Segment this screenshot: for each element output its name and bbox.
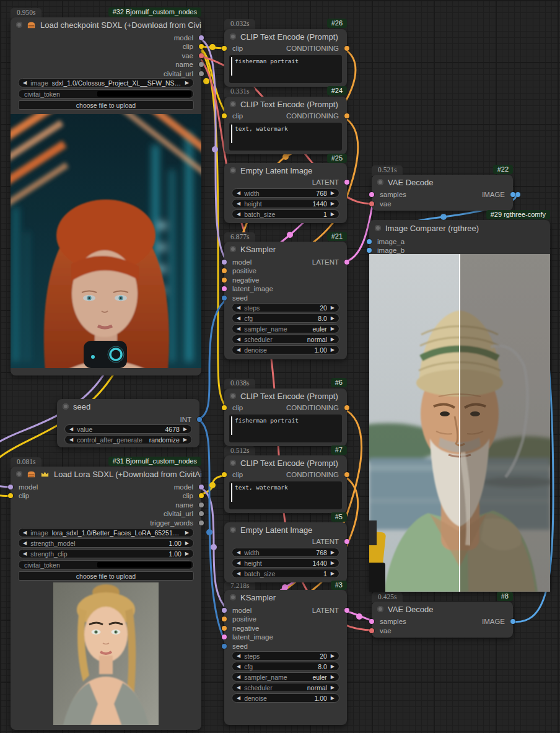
input-negative[interactable]: negative	[224, 624, 259, 633]
decrement-icon[interactable]: ◀	[237, 559, 240, 567]
combo-left-icon[interactable]: ◀	[237, 335, 240, 343]
clip-port-icon[interactable]	[222, 113, 227, 118]
node-clip-text-encode-6[interactable]: CLIP Text Encode (Prompt) clip CONDITION…	[224, 388, 347, 446]
model-port-icon[interactable]	[199, 485, 204, 489]
increment-icon[interactable]: ▶	[331, 210, 335, 218]
output-conditioning[interactable]: CONDITIONING	[286, 403, 347, 412]
node-title-bar[interactable]: KSampler	[224, 590, 347, 605]
collapse-dot-icon[interactable]	[377, 179, 383, 185]
height-widget[interactable]: ◀height1440▶	[232, 558, 339, 568]
image-port-icon[interactable]	[510, 192, 515, 197]
output-model[interactable]: model	[174, 483, 201, 491]
node-title-bar[interactable]: VAE Decode	[372, 175, 513, 190]
sampler-name-widget[interactable]: ◀sampler_nameeuler▶	[232, 324, 339, 333]
combo-right-icon[interactable]: ▶	[331, 325, 335, 333]
node-load-lora-sdxl[interactable]: Load Lora SDXL (+Download from CivitAi) …	[11, 467, 201, 730]
image-port-icon[interactable]	[367, 239, 372, 244]
clip-port-icon[interactable]	[8, 493, 13, 498]
int-port-icon[interactable]	[222, 644, 227, 649]
conditioning-port-icon[interactable]	[222, 617, 227, 621]
node-clip-text-encode-24[interactable]: CLIP Text Encode (Prompt) clip CONDITION…	[224, 97, 347, 154]
input-model[interactable]: model	[11, 483, 38, 491]
decrement-icon[interactable]: ◀	[23, 550, 27, 558]
decrement-icon[interactable]: ◀	[237, 346, 240, 354]
decrement-icon[interactable]: ◀	[23, 539, 27, 547]
model-port-icon[interactable]	[222, 260, 227, 265]
input-samples[interactable]: samples	[372, 617, 406, 626]
steps-widget[interactable]: ◀steps20▶	[232, 651, 339, 661]
clip-port-icon[interactable]	[222, 46, 227, 51]
combo-left-icon[interactable]: ◀	[69, 436, 73, 444]
sampler-name-widget[interactable]: ◀sampler_nameeuler▶	[232, 672, 339, 682]
node-title-bar[interactable]: Empty Latent Image	[224, 522, 347, 537]
output-name[interactable]: name	[175, 60, 201, 69]
prompt-textarea[interactable]: text, watermark	[229, 481, 342, 509]
input-latent-image[interactable]: latent_image	[224, 633, 273, 641]
node-title-bar[interactable]: KSampler	[224, 242, 347, 257]
node-load-checkpoint-sdxl[interactable]: Load checkpoint SDXL (+Download from Civ…	[11, 17, 201, 375]
decrement-icon[interactable]: ◀	[237, 569, 240, 577]
input-clip[interactable]: clip	[224, 470, 243, 479]
trigger-words-port-icon[interactable]	[199, 520, 204, 525]
combo-left-icon[interactable]: ◀	[237, 673, 240, 681]
conditioning-port-icon[interactable]	[344, 46, 349, 51]
node-title-bar[interactable]: CLIP Text Encode (Prompt)	[224, 29, 347, 44]
clip-port-icon[interactable]	[199, 493, 204, 498]
combo-right-icon[interactable]: ▶	[183, 436, 187, 444]
increment-icon[interactable]: ▶	[331, 189, 335, 197]
prompt-textarea[interactable]: text, watermark	[229, 123, 342, 151]
int-port-icon[interactable]	[197, 417, 202, 422]
node-clip-text-encode-26[interactable]: CLIP Text Encode (Prompt) clip CONDITION…	[224, 29, 347, 87]
input-clip[interactable]: clip	[224, 44, 243, 53]
conditioning-port-icon[interactable]	[344, 472, 349, 477]
image-port-icon[interactable]	[510, 619, 515, 624]
input-vae[interactable]: vae	[372, 200, 392, 208]
combo-right-icon[interactable]: ▶	[185, 79, 189, 87]
combo-right-icon[interactable]: ▶	[331, 335, 335, 343]
height-widget[interactable]: ◀height1440▶	[232, 199, 339, 208]
int-port-icon[interactable]	[222, 296, 227, 301]
input-seed[interactable]: seed	[224, 642, 248, 651]
node-empty-latent-5[interactable]: Empty Latent Image LATENT ◀width768▶ ◀he…	[224, 522, 347, 582]
increment-icon[interactable]: ▶	[331, 548, 335, 556]
output-image[interactable]: IMAGE	[482, 190, 513, 199]
input-clip[interactable]: clip	[224, 112, 243, 120]
increment-icon[interactable]: ▶	[331, 559, 335, 567]
conditioning-port-icon[interactable]	[344, 113, 349, 118]
image-port-icon[interactable]	[367, 248, 372, 253]
collapse-dot-icon[interactable]	[377, 606, 383, 612]
node-title-bar[interactable]: Image Comparer (rgthree)	[369, 220, 550, 236]
conditioning-port-icon[interactable]	[222, 278, 227, 283]
civitai-url-port-icon[interactable]	[199, 71, 204, 76]
image-combo-widget[interactable]: ◀ image lora_sdxl_1.0/Better_Faces_LoRA_…	[18, 528, 194, 537]
comparer-divider[interactable]	[459, 254, 460, 592]
input-image-b[interactable]: image_b	[369, 246, 405, 255]
output-image[interactable]: IMAGE	[482, 617, 513, 626]
decrement-icon[interactable]: ◀	[237, 652, 240, 660]
collapse-dot-icon[interactable]	[230, 594, 236, 600]
combo-left-icon[interactable]: ◀	[237, 325, 240, 333]
decrement-icon[interactable]: ◀	[69, 425, 73, 433]
name-port-icon[interactable]	[199, 62, 204, 67]
decrement-icon[interactable]: ◀	[237, 694, 240, 702]
latent-port-icon[interactable]	[344, 608, 349, 613]
civitai-token-field[interactable]: civitai_token	[18, 89, 194, 99]
vae-port-icon[interactable]	[199, 53, 204, 58]
increment-icon[interactable]: ▶	[331, 569, 335, 577]
decrement-icon[interactable]: ◀	[237, 314, 240, 322]
node-vae-decode-8[interactable]: VAE Decode samples vae IMAGE	[372, 602, 513, 638]
collapse-dot-icon[interactable]	[230, 101, 236, 107]
node-graph-canvas[interactable]: 0.950s #32 Bjornulf_custom_nodes 0.032s …	[0, 0, 560, 733]
combo-left-icon[interactable]: ◀	[23, 79, 27, 87]
collapse-dot-icon[interactable]	[230, 167, 236, 173]
increment-icon[interactable]: ▶	[331, 304, 335, 312]
latent-port-icon[interactable]	[344, 180, 349, 185]
civitai-url-port-icon[interactable]	[199, 511, 204, 516]
input-clip[interactable]: clip	[224, 403, 243, 412]
increment-icon[interactable]: ▶	[183, 425, 187, 433]
increment-icon[interactable]: ▶	[331, 200, 335, 208]
node-title-bar[interactable]: Load Lora SDXL (+Download from CivitAi)	[11, 467, 201, 481]
increment-icon[interactable]: ▶	[331, 694, 335, 702]
node-ksampler-21[interactable]: KSampler model positive negative latent_…	[224, 242, 347, 359]
strength-clip-widget[interactable]: ◀strength_clip1.00▶	[18, 549, 194, 558]
